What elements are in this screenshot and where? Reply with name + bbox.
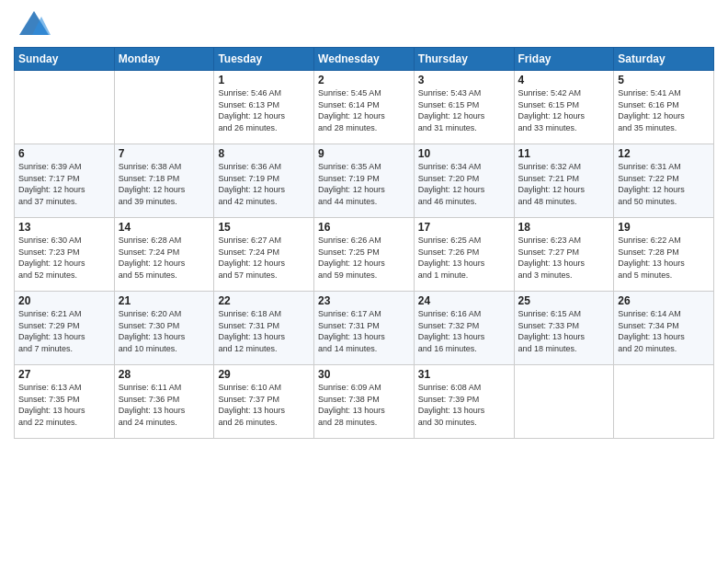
calendar-cell: 29Sunrise: 6:10 AM Sunset: 7:37 PM Dayli… [214, 365, 314, 439]
calendar-header-saturday: Saturday [614, 48, 714, 71]
calendar-header-monday: Monday [114, 48, 214, 71]
day-number: 18 [518, 221, 610, 234]
calendar-cell: 9Sunrise: 6:35 AM Sunset: 7:19 PM Daylig… [314, 144, 415, 218]
day-number: 23 [318, 294, 410, 307]
day-info: Sunrise: 6:15 AM Sunset: 7:33 PM Dayligh… [518, 308, 610, 354]
day-number: 2 [318, 74, 410, 86]
day-info: Sunrise: 6:25 AM Sunset: 7:26 PM Dayligh… [418, 235, 510, 281]
day-info: Sunrise: 5:45 AM Sunset: 6:14 PM Dayligh… [318, 87, 410, 133]
day-info: Sunrise: 6:11 AM Sunset: 7:36 PM Dayligh… [119, 382, 210, 428]
day-number: 29 [218, 368, 310, 381]
calendar-header-wednesday: Wednesday [314, 48, 415, 71]
day-number: 4 [518, 74, 610, 86]
day-info: Sunrise: 5:41 AM Sunset: 6:16 PM Dayligh… [618, 87, 710, 133]
calendar-header-friday: Friday [514, 48, 614, 71]
day-number: 31 [418, 368, 510, 381]
day-number: 19 [618, 221, 710, 234]
day-number: 28 [119, 368, 210, 381]
day-number: 1 [218, 74, 310, 86]
day-number: 12 [618, 147, 710, 160]
calendar-cell: 14Sunrise: 6:28 AM Sunset: 7:24 PM Dayli… [114, 218, 214, 292]
calendar-cell: 19Sunrise: 6:22 AM Sunset: 7:28 PM Dayli… [614, 218, 714, 292]
calendar-cell [514, 365, 614, 439]
day-number: 15 [218, 221, 310, 234]
calendar-cell: 18Sunrise: 6:23 AM Sunset: 7:27 PM Dayli… [514, 218, 614, 292]
calendar-cell: 27Sunrise: 6:13 AM Sunset: 7:35 PM Dayli… [15, 365, 115, 439]
calendar-cell: 31Sunrise: 6:08 AM Sunset: 7:39 PM Dayli… [414, 365, 514, 439]
calendar-cell: 8Sunrise: 6:36 AM Sunset: 7:19 PM Daylig… [214, 144, 314, 218]
day-number: 16 [318, 221, 410, 234]
day-info: Sunrise: 6:36 AM Sunset: 7:19 PM Dayligh… [218, 161, 310, 207]
day-info: Sunrise: 6:32 AM Sunset: 7:21 PM Dayligh… [518, 161, 610, 207]
calendar-cell: 13Sunrise: 6:30 AM Sunset: 7:23 PM Dayli… [15, 218, 115, 292]
day-info: Sunrise: 6:08 AM Sunset: 7:39 PM Dayligh… [418, 382, 510, 428]
calendar-week-3: 13Sunrise: 6:30 AM Sunset: 7:23 PM Dayli… [15, 218, 714, 292]
day-number: 9 [318, 147, 410, 160]
day-number: 5 [618, 74, 710, 86]
day-info: Sunrise: 6:39 AM Sunset: 7:17 PM Dayligh… [18, 161, 110, 207]
day-number: 22 [218, 294, 310, 307]
day-number: 21 [119, 294, 210, 307]
day-info: Sunrise: 6:23 AM Sunset: 7:27 PM Dayligh… [518, 235, 610, 281]
day-info: Sunrise: 6:26 AM Sunset: 7:25 PM Dayligh… [318, 235, 410, 281]
day-number: 14 [119, 221, 210, 234]
calendar-cell: 20Sunrise: 6:21 AM Sunset: 7:29 PM Dayli… [15, 292, 115, 365]
calendar-week-4: 20Sunrise: 6:21 AM Sunset: 7:29 PM Dayli… [15, 292, 714, 365]
day-number: 24 [418, 294, 510, 307]
day-info: Sunrise: 5:42 AM Sunset: 6:15 PM Dayligh… [518, 87, 610, 133]
day-number: 13 [18, 221, 110, 234]
day-number: 10 [418, 147, 510, 160]
calendar-cell: 12Sunrise: 6:31 AM Sunset: 7:22 PM Dayli… [614, 144, 714, 218]
calendar-cell: 26Sunrise: 6:14 AM Sunset: 7:34 PM Dayli… [614, 292, 714, 365]
calendar-cell: 22Sunrise: 6:18 AM Sunset: 7:31 PM Dayli… [214, 292, 314, 365]
day-number: 30 [318, 368, 410, 381]
calendar-cell: 28Sunrise: 6:11 AM Sunset: 7:36 PM Dayli… [114, 365, 214, 439]
day-number: 17 [418, 221, 510, 234]
calendar-cell: 3Sunrise: 5:43 AM Sunset: 6:15 PM Daylig… [414, 71, 514, 144]
day-info: Sunrise: 5:46 AM Sunset: 6:13 PM Dayligh… [218, 87, 310, 133]
calendar-cell: 17Sunrise: 6:25 AM Sunset: 7:26 PM Dayli… [414, 218, 514, 292]
day-number: 8 [218, 147, 310, 160]
day-info: Sunrise: 6:34 AM Sunset: 7:20 PM Dayligh… [418, 161, 510, 207]
day-info: Sunrise: 6:38 AM Sunset: 7:18 PM Dayligh… [119, 161, 210, 207]
calendar-cell: 10Sunrise: 6:34 AM Sunset: 7:20 PM Dayli… [414, 144, 514, 218]
calendar-table: SundayMondayTuesdayWednesdayThursdayFrid… [14, 47, 714, 439]
logo [14, 9, 53, 41]
day-number: 3 [418, 74, 510, 86]
logo-icon [14, 9, 51, 41]
calendar-cell: 15Sunrise: 6:27 AM Sunset: 7:24 PM Dayli… [214, 218, 314, 292]
calendar-header-tuesday: Tuesday [214, 48, 314, 71]
day-info: Sunrise: 6:21 AM Sunset: 7:29 PM Dayligh… [18, 308, 110, 354]
calendar-header-sunday: Sunday [15, 48, 115, 71]
calendar-header-thursday: Thursday [414, 48, 514, 71]
page: SundayMondayTuesdayWednesdayThursdayFrid… [0, 0, 728, 563]
day-number: 6 [18, 147, 110, 160]
calendar-cell: 30Sunrise: 6:09 AM Sunset: 7:38 PM Dayli… [314, 365, 415, 439]
calendar-cell: 7Sunrise: 6:38 AM Sunset: 7:18 PM Daylig… [114, 144, 214, 218]
calendar-cell [15, 71, 115, 144]
calendar-cell [614, 365, 714, 439]
day-info: Sunrise: 6:27 AM Sunset: 7:24 PM Dayligh… [218, 235, 310, 281]
day-info: Sunrise: 6:20 AM Sunset: 7:30 PM Dayligh… [119, 308, 210, 354]
day-number: 25 [518, 294, 610, 307]
header [14, 9, 714, 41]
calendar-cell: 5Sunrise: 5:41 AM Sunset: 6:16 PM Daylig… [614, 71, 714, 144]
calendar-cell: 6Sunrise: 6:39 AM Sunset: 7:17 PM Daylig… [15, 144, 115, 218]
day-number: 26 [618, 294, 710, 307]
calendar-week-5: 27Sunrise: 6:13 AM Sunset: 7:35 PM Dayli… [15, 365, 714, 439]
calendar-week-2: 6Sunrise: 6:39 AM Sunset: 7:17 PM Daylig… [15, 144, 714, 218]
calendar-cell: 4Sunrise: 5:42 AM Sunset: 6:15 PM Daylig… [514, 71, 614, 144]
day-number: 27 [18, 368, 110, 381]
day-info: Sunrise: 6:10 AM Sunset: 7:37 PM Dayligh… [218, 382, 310, 428]
day-number: 7 [119, 147, 210, 160]
day-info: Sunrise: 6:28 AM Sunset: 7:24 PM Dayligh… [119, 235, 210, 281]
day-info: Sunrise: 6:09 AM Sunset: 7:38 PM Dayligh… [318, 382, 410, 428]
day-info: Sunrise: 6:14 AM Sunset: 7:34 PM Dayligh… [618, 308, 710, 354]
calendar-cell: 11Sunrise: 6:32 AM Sunset: 7:21 PM Dayli… [514, 144, 614, 218]
calendar-header-row: SundayMondayTuesdayWednesdayThursdayFrid… [15, 48, 714, 71]
day-info: Sunrise: 6:30 AM Sunset: 7:23 PM Dayligh… [18, 235, 110, 281]
day-info: Sunrise: 6:31 AM Sunset: 7:22 PM Dayligh… [618, 161, 710, 207]
day-info: Sunrise: 6:13 AM Sunset: 7:35 PM Dayligh… [18, 382, 110, 428]
day-info: Sunrise: 6:16 AM Sunset: 7:32 PM Dayligh… [418, 308, 510, 354]
calendar-cell: 21Sunrise: 6:20 AM Sunset: 7:30 PM Dayli… [114, 292, 214, 365]
